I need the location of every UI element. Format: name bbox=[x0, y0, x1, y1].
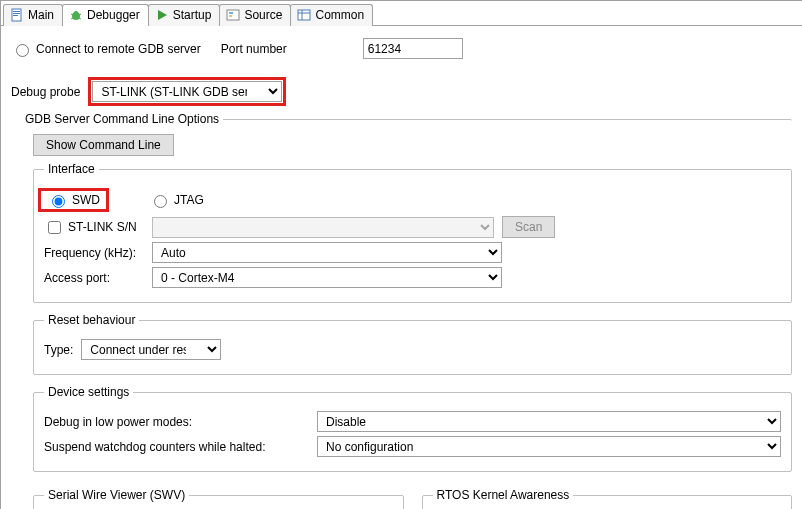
reset-type-select[interactable]: Connect under reset bbox=[81, 339, 221, 360]
svg-rect-12 bbox=[229, 12, 233, 14]
low-power-select[interactable]: Disable bbox=[317, 411, 781, 432]
scan-button[interactable]: Scan bbox=[502, 216, 555, 238]
play-icon bbox=[155, 8, 169, 22]
stlink-sn-check-label[interactable]: ST-LINK S/N bbox=[44, 218, 144, 237]
tab-label: Debugger bbox=[87, 8, 140, 22]
tab-label: Source bbox=[244, 8, 282, 22]
swd-radio-label[interactable]: SWD bbox=[47, 192, 100, 208]
svg-rect-14 bbox=[298, 10, 310, 20]
svg-rect-1 bbox=[13, 11, 20, 12]
tab-common[interactable]: Common bbox=[290, 4, 373, 26]
watchdog-select[interactable]: No configuration bbox=[317, 436, 781, 457]
reset-legend: Reset behaviour bbox=[44, 313, 139, 327]
tab-label: Startup bbox=[173, 8, 212, 22]
device-legend: Device settings bbox=[44, 385, 133, 399]
debug-probe-select[interactable]: ST-LINK (ST-LINK GDB server) bbox=[92, 81, 282, 102]
low-power-label: Debug in low power modes: bbox=[44, 415, 309, 429]
debug-probe-highlight: ST-LINK (ST-LINK GDB server) bbox=[88, 77, 286, 106]
tab-source[interactable]: Source bbox=[219, 4, 291, 26]
show-command-line-button[interactable]: Show Command Line bbox=[33, 134, 174, 156]
watchdog-label: Suspend watchdog counters while halted: bbox=[44, 440, 309, 454]
swv-fieldset: Serial Wire Viewer (SWV) Enable Core Clo… bbox=[33, 488, 404, 509]
rtos-legend: RTOS Kernel Awareness bbox=[433, 488, 574, 502]
jtag-radio-label[interactable]: JTAG bbox=[149, 192, 204, 208]
debug-probe-label: Debug probe bbox=[11, 85, 80, 99]
reset-fieldset: Reset behaviour Type: Connect under rese… bbox=[33, 313, 792, 375]
jtag-text: JTAG bbox=[174, 193, 204, 207]
swd-text: SWD bbox=[72, 193, 100, 207]
gdb-server-legend: GDB Server Command Line Options bbox=[21, 112, 223, 126]
tab-debugger[interactable]: Debugger bbox=[62, 4, 149, 26]
interface-legend: Interface bbox=[44, 162, 99, 176]
tab-startup[interactable]: Startup bbox=[148, 4, 221, 26]
tab-content-debugger: Connect to remote GDB server Port number… bbox=[1, 26, 802, 509]
interface-fieldset: Interface SWD JTAG bbox=[33, 162, 792, 303]
access-port-label: Access port: bbox=[44, 271, 144, 285]
tab-label: Main bbox=[28, 8, 54, 22]
swd-radio[interactable] bbox=[52, 195, 65, 208]
connect-remote-row: Connect to remote GDB server Port number bbox=[11, 38, 792, 59]
svg-marker-10 bbox=[158, 10, 167, 20]
tab-label: Common bbox=[315, 8, 364, 22]
bug-icon bbox=[69, 8, 83, 22]
swv-legend: Serial Wire Viewer (SWV) bbox=[44, 488, 189, 502]
port-number-input[interactable] bbox=[363, 38, 463, 59]
device-fieldset: Device settings Debug in low power modes… bbox=[33, 385, 792, 472]
frequency-label: Frequency (kHz): bbox=[44, 246, 144, 260]
svg-rect-3 bbox=[13, 15, 18, 16]
svg-line-9 bbox=[79, 18, 81, 19]
source-icon bbox=[226, 8, 240, 22]
gdb-server-fieldset: GDB Server Command Line Options Show Com… bbox=[21, 112, 792, 509]
connect-remote-radio[interactable] bbox=[16, 44, 29, 57]
rtos-fieldset: RTOS Kernel Awareness Enable RTOS Proxy … bbox=[422, 488, 793, 509]
port-number-label: Port number bbox=[221, 42, 287, 56]
stlink-sn-select[interactable] bbox=[152, 217, 494, 238]
swd-highlight: SWD bbox=[38, 188, 109, 212]
access-port-select[interactable]: 0 - Cortex-M4 bbox=[152, 267, 502, 288]
tab-main[interactable]: Main bbox=[3, 4, 63, 26]
table-icon bbox=[297, 8, 311, 22]
svg-line-8 bbox=[71, 18, 73, 19]
debug-probe-row: Debug probe ST-LINK (ST-LINK GDB server) bbox=[11, 77, 792, 106]
svg-rect-2 bbox=[13, 13, 20, 14]
stlink-sn-checkbox[interactable] bbox=[48, 221, 61, 234]
connect-remote-text: Connect to remote GDB server bbox=[36, 42, 201, 56]
frequency-select[interactable]: Auto bbox=[152, 242, 502, 263]
svg-rect-11 bbox=[227, 10, 239, 20]
connect-remote-radio-label[interactable]: Connect to remote GDB server bbox=[11, 41, 201, 57]
stlink-sn-text: ST-LINK S/N bbox=[68, 220, 137, 234]
reset-type-label: Type: bbox=[44, 343, 73, 357]
jtag-radio[interactable] bbox=[154, 195, 167, 208]
svg-rect-5 bbox=[74, 11, 78, 14]
document-icon bbox=[10, 8, 24, 22]
tab-bar: Main Debugger Startup Source Common bbox=[1, 1, 802, 26]
svg-rect-13 bbox=[229, 15, 232, 17]
